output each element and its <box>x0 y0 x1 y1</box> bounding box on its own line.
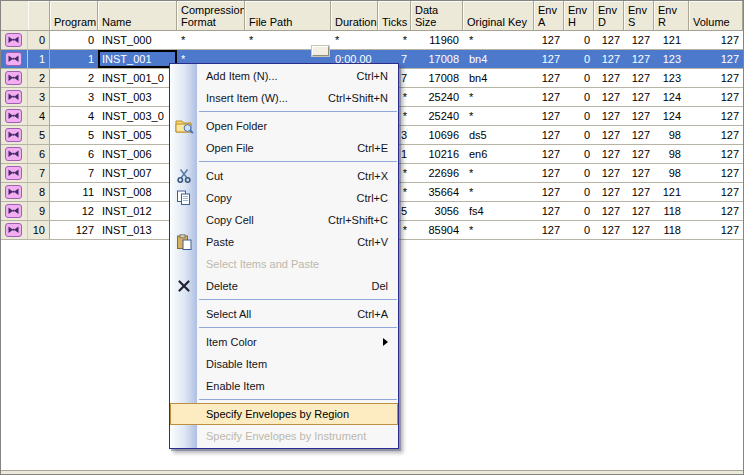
cell-ticks[interactable]: * <box>378 31 411 49</box>
cell-program[interactable]: 2 <box>50 69 98 87</box>
cell-env_s[interactable]: 127 <box>624 126 654 144</box>
column-header-env_s[interactable]: Env S <box>624 1 654 30</box>
cell-env_d[interactable]: 127 <box>594 202 624 220</box>
cell-volume[interactable]: 127 <box>689 202 743 220</box>
instrument-icon[interactable] <box>1 145 28 163</box>
menu-item-add-item-n[interactable]: Add Item (N)...Ctrl+N <box>170 65 398 87</box>
cell-volume[interactable]: 127 <box>689 126 743 144</box>
menu-item-insert-item-w[interactable]: Insert Item (W)...Ctrl+Shift+N <box>170 87 398 109</box>
cell-original_key[interactable]: * <box>463 88 534 106</box>
cell-env_a[interactable]: 127 <box>534 50 564 68</box>
menu-item-paste[interactable]: PasteCtrl+V <box>170 231 398 253</box>
row-header-9[interactable]: 9 <box>28 202 50 220</box>
cell-env_s[interactable]: 127 <box>624 145 654 163</box>
menu-item-copy[interactable]: CopyCtrl+C <box>170 187 398 209</box>
instrument-icon[interactable] <box>1 183 28 201</box>
cell-env_r[interactable]: 121 <box>654 183 689 201</box>
cell-data_size[interactable]: 25240 <box>411 88 463 106</box>
cell-volume[interactable]: 127 <box>689 69 743 87</box>
cell-env_h[interactable]: 0 <box>564 50 594 68</box>
cell-original_key[interactable]: ds5 <box>463 126 534 144</box>
cell-env_r[interactable]: 118 <box>654 221 689 239</box>
cell-data_size[interactable]: 35664 <box>411 183 463 201</box>
cell-volume[interactable]: 127 <box>689 183 743 201</box>
row-header-7[interactable]: 7 <box>28 164 50 182</box>
menu-item-select-all[interactable]: Select AllCtrl+A <box>170 303 398 325</box>
menu-item-open-folder[interactable]: Open Folder <box>170 115 398 137</box>
column-header-file_path[interactable]: File Path <box>245 1 331 30</box>
row-header-0[interactable]: 0 <box>28 31 50 49</box>
cell-original_key[interactable]: * <box>463 107 534 125</box>
cell-env_r[interactable]: 98 <box>654 126 689 144</box>
cell-env_r[interactable]: 98 <box>654 164 689 182</box>
cell-env_a[interactable]: 127 <box>534 69 564 87</box>
cell-data_size[interactable]: 3056 <box>411 202 463 220</box>
cell-env_s[interactable]: 127 <box>624 31 654 49</box>
cell-original_key[interactable]: * <box>463 164 534 182</box>
menu-item-item-color[interactable]: Item Color <box>170 331 398 353</box>
active-cell-name[interactable]: INST_001 <box>98 50 177 68</box>
cell-env_h[interactable]: 0 <box>564 69 594 87</box>
instrument-icon[interactable] <box>1 50 28 68</box>
cell-program[interactable]: 6 <box>50 145 98 163</box>
cell-original_key[interactable]: en6 <box>463 145 534 163</box>
column-header-env_d[interactable]: Env D <box>594 1 624 30</box>
cell-env_s[interactable]: 127 <box>624 183 654 201</box>
column-header-env_r[interactable]: Env R <box>654 1 689 30</box>
cell-name[interactable]: INST_003 <box>98 88 177 106</box>
row-header-3[interactable]: 3 <box>28 88 50 106</box>
cell-duration[interactable]: * <box>331 31 378 49</box>
cell-env_s[interactable]: 127 <box>624 69 654 87</box>
cell-env_d[interactable]: 127 <box>594 88 624 106</box>
cell-name[interactable]: INST_012 <box>98 202 177 220</box>
cell-env_r[interactable]: 118 <box>654 202 689 220</box>
cell-data_size[interactable]: 25240 <box>411 107 463 125</box>
instrument-icon[interactable] <box>1 221 28 239</box>
cell-env_a[interactable]: 127 <box>534 183 564 201</box>
cell-env_h[interactable]: 0 <box>564 221 594 239</box>
column-header-original_key[interactable]: Original Key <box>463 1 534 30</box>
instrument-icon[interactable] <box>1 126 28 144</box>
cell-original_key[interactable]: * <box>463 31 534 49</box>
cell-env_d[interactable]: 127 <box>594 31 624 49</box>
cell-env_d[interactable]: 127 <box>594 50 624 68</box>
cell-env_a[interactable]: 127 <box>534 126 564 144</box>
menu-item-copy-cell[interactable]: Copy CellCtrl+Shift+C <box>170 209 398 231</box>
file-path-browse-button[interactable] <box>312 46 329 56</box>
cell-program[interactable]: 0 <box>50 31 98 49</box>
cell-env_a[interactable]: 127 <box>534 221 564 239</box>
row-header-8[interactable]: 8 <box>28 183 50 201</box>
cell-env_r[interactable]: 121 <box>654 31 689 49</box>
instrument-icon[interactable] <box>1 31 28 49</box>
cell-env_d[interactable]: 127 <box>594 145 624 163</box>
cell-env_s[interactable]: 127 <box>624 88 654 106</box>
cell-env_s[interactable]: 127 <box>624 107 654 125</box>
menu-item-disable-item[interactable]: Disable Item <box>170 353 398 375</box>
row-header-10[interactable]: 10 <box>28 221 50 239</box>
cell-env_r[interactable]: 123 <box>654 69 689 87</box>
cell-env_s[interactable]: 127 <box>624 221 654 239</box>
row-header-2[interactable]: 2 <box>28 69 50 87</box>
cell-data_size[interactable]: 85904 <box>411 221 463 239</box>
column-header-volume[interactable]: Volume <box>689 1 743 30</box>
cell-env_d[interactable]: 127 <box>594 126 624 144</box>
column-header-duration[interactable]: Duration <box>331 1 378 30</box>
cell-env_h[interactable]: 0 <box>564 145 594 163</box>
cell-data_size[interactable]: 11960 <box>411 31 463 49</box>
menu-item-open-file[interactable]: Open FileCtrl+E <box>170 137 398 159</box>
cell-name[interactable]: INST_006 <box>98 145 177 163</box>
cell-name[interactable]: INST_001_0 <box>98 69 177 87</box>
cell-env_a[interactable]: 127 <box>534 88 564 106</box>
cell-name[interactable]: INST_008 <box>98 183 177 201</box>
cell-env_a[interactable]: 127 <box>534 31 564 49</box>
cell-env_h[interactable]: 0 <box>564 107 594 125</box>
cell-env_d[interactable]: 127 <box>594 164 624 182</box>
cell-program[interactable]: 127 <box>50 221 98 239</box>
column-header-compression_format[interactable]: Compression Format <box>177 1 245 30</box>
cell-program[interactable]: 12 <box>50 202 98 220</box>
cell-env_d[interactable]: 127 <box>594 221 624 239</box>
cell-program[interactable]: 3 <box>50 88 98 106</box>
cell-name[interactable]: INST_013 <box>98 221 177 239</box>
instrument-icon[interactable] <box>1 69 28 87</box>
cell-original_key[interactable]: * <box>463 183 534 201</box>
